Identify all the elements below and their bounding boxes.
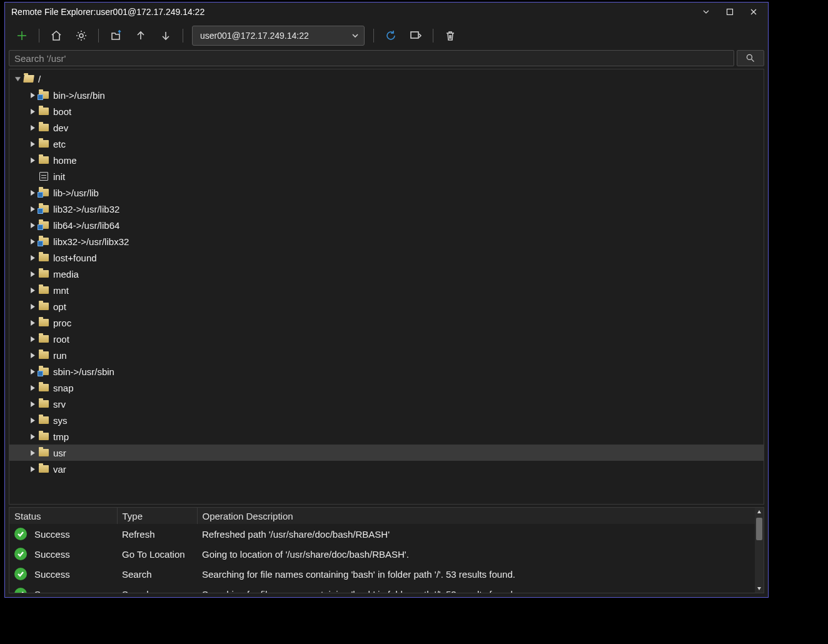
log-table: Status Type Operation Description Succes…	[9, 508, 755, 593]
terminal-button[interactable]	[404, 24, 428, 47]
file-tree[interactable]: /bin->/usr/binbootdevetchomeinitlib->/us…	[9, 69, 764, 505]
scrollbar-thumb[interactable]	[756, 518, 762, 540]
folder-open-icon	[23, 74, 34, 84]
svg-rect-0	[727, 9, 733, 15]
tree-label: init	[53, 171, 65, 182]
tree-row[interactable]: init	[9, 168, 764, 184]
scroll-down-icon[interactable]	[755, 584, 764, 593]
expand-toggle[interactable]	[28, 336, 37, 342]
tree-label: var	[53, 464, 66, 475]
tree-row[interactable]: opt	[9, 298, 764, 314]
tree-label: media	[53, 269, 79, 279]
expand-toggle[interactable]	[28, 353, 37, 358]
tree-row[interactable]: sys	[9, 412, 764, 428]
log-row[interactable]: SuccessSearchSearching for file names co…	[9, 564, 755, 584]
expand-toggle[interactable]	[13, 76, 22, 82]
status-text: Success	[34, 589, 70, 594]
maximize-button[interactable]	[718, 3, 742, 21]
expand-toggle[interactable]	[28, 125, 37, 131]
expand-toggle[interactable]	[28, 190, 37, 196]
folder-closed-icon	[38, 139, 49, 149]
search-button[interactable]	[737, 50, 764, 66]
log-row[interactable]: SuccessRefreshRefreshed path '/usr/share…	[9, 524, 755, 544]
expand-toggle[interactable]	[28, 288, 37, 293]
svg-marker-36	[757, 587, 761, 590]
window-title: Remote File Explorer:user001@172.17.249.…	[11, 7, 694, 17]
expand-toggle[interactable]	[28, 434, 37, 440]
chevron-down-icon	[702, 8, 710, 16]
delete-button[interactable]	[438, 24, 462, 47]
svg-marker-34	[31, 466, 35, 472]
tree-row[interactable]: root	[9, 331, 764, 347]
log-scrollbar[interactable]	[755, 508, 764, 593]
settings-button[interactable]	[69, 24, 93, 47]
tree-row[interactable]: tmp	[9, 428, 764, 445]
svg-marker-11	[15, 77, 21, 81]
svg-marker-33	[31, 450, 35, 456]
tree-row[interactable]: /	[9, 71, 764, 87]
tree-row[interactable]: libx32->/usr/libx32	[9, 233, 764, 249]
refresh-button[interactable]	[379, 24, 403, 47]
expand-toggle[interactable]	[28, 239, 37, 244]
expand-toggle[interactable]	[28, 450, 37, 456]
tree-row[interactable]: lost+found	[9, 249, 764, 266]
tree-row[interactable]: snap	[9, 380, 764, 396]
expand-toggle[interactable]	[28, 466, 37, 472]
log-header-desc[interactable]: Operation Description	[197, 508, 755, 524]
tree-label: opt	[53, 301, 66, 312]
expand-toggle[interactable]	[28, 158, 37, 163]
expand-toggle[interactable]	[28, 141, 37, 147]
tree-row[interactable]: proc	[9, 314, 764, 331]
tree-row[interactable]: lib64->/usr/lib64	[9, 217, 764, 233]
expand-toggle[interactable]	[28, 320, 37, 326]
connection-dropdown[interactable]: user001@172.17.249.14:22	[192, 26, 365, 46]
expand-toggle[interactable]	[28, 109, 37, 114]
symlink-folder-icon	[38, 90, 49, 100]
log-header-type[interactable]: Type	[117, 508, 197, 524]
search-input[interactable]	[9, 50, 734, 66]
expand-toggle[interactable]	[28, 93, 37, 98]
minimize-button[interactable]	[694, 3, 718, 21]
log-row[interactable]: SuccessSearchSearching for file names co…	[9, 584, 755, 593]
parent-folder-button[interactable]	[104, 24, 128, 47]
expand-toggle[interactable]	[28, 369, 37, 375]
folder-closed-icon	[38, 123, 49, 133]
home-button[interactable]	[44, 24, 68, 47]
tree-row[interactable]: lib->/usr/lib	[9, 184, 764, 201]
trash-icon	[444, 29, 457, 42]
svg-marker-25	[31, 320, 35, 326]
expand-toggle[interactable]	[28, 206, 37, 212]
folder-closed-icon	[38, 383, 49, 393]
svg-marker-32	[31, 434, 35, 440]
expand-toggle[interactable]	[28, 271, 37, 277]
tree-row[interactable]: dev	[9, 119, 764, 136]
tree-row[interactable]: mnt	[9, 282, 764, 298]
tree-row[interactable]: boot	[9, 103, 764, 119]
tree-row[interactable]: usr	[9, 445, 764, 461]
tree-row[interactable]: lib32->/usr/lib32	[9, 201, 764, 217]
log-row[interactable]: SuccessGo To LocationGoing to location o…	[9, 544, 755, 564]
tree-row[interactable]: sbin->/usr/sbin	[9, 363, 764, 380]
svg-line-10	[752, 59, 754, 62]
folder-closed-icon	[38, 399, 49, 409]
tree-row[interactable]: home	[9, 152, 764, 168]
expand-toggle[interactable]	[28, 385, 37, 391]
tree-row[interactable]: run	[9, 347, 764, 363]
tree-row[interactable]: etc	[9, 136, 764, 152]
scroll-up-icon[interactable]	[755, 508, 764, 516]
tree-row[interactable]: bin->/usr/bin	[9, 87, 764, 103]
tree-row[interactable]: var	[9, 461, 764, 477]
tree-label: etc	[53, 139, 66, 149]
tree-row[interactable]: media	[9, 266, 764, 282]
expand-toggle[interactable]	[28, 418, 37, 423]
upload-button[interactable]	[129, 24, 153, 47]
expand-toggle[interactable]	[28, 304, 37, 309]
tree-row[interactable]: srv	[9, 396, 764, 412]
close-button[interactable]	[742, 3, 765, 21]
download-button[interactable]	[154, 24, 178, 47]
log-header-status[interactable]: Status	[9, 508, 117, 524]
expand-toggle[interactable]	[28, 223, 37, 228]
new-connection-button[interactable]	[10, 24, 34, 47]
expand-toggle[interactable]	[28, 401, 37, 407]
expand-toggle[interactable]	[28, 255, 37, 261]
